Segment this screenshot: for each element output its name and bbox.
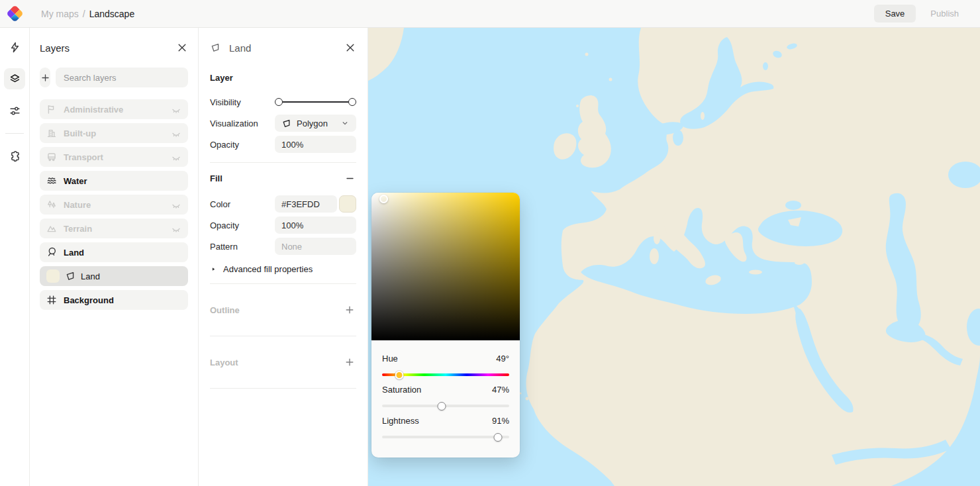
divider <box>210 162 356 163</box>
eye-closed-icon[interactable] <box>171 128 181 138</box>
caret-right-icon <box>210 266 217 273</box>
divider <box>210 388 356 389</box>
layer-opacity-input[interactable]: 100% <box>275 136 356 153</box>
add-layer-button[interactable] <box>40 68 50 87</box>
fill-color-swatch[interactable] <box>339 195 356 213</box>
visualization-label: Visualization <box>210 119 275 128</box>
layer-item-background[interactable]: Background <box>40 290 188 310</box>
lightness-handle[interactable] <box>493 433 502 442</box>
saturation-slider[interactable] <box>382 401 509 411</box>
bolt-icon[interactable] <box>4 36 25 58</box>
pattern-input[interactable]: None <box>275 238 356 255</box>
layers-icon[interactable] <box>4 68 25 89</box>
layer-item-water[interactable]: Water <box>40 171 188 191</box>
layer-section-heading: Layer <box>210 73 356 83</box>
inspector-title: Land <box>229 42 344 54</box>
layer-item-land-group[interactable]: Land <box>40 242 188 262</box>
visibility-max-handle[interactable] <box>348 98 356 106</box>
map-canvas[interactable]: Hue 49° Saturation 47% Lightness 9 <box>368 28 980 486</box>
breadcrumb-parent[interactable]: My maps <box>41 9 79 19</box>
saturation-label: Saturation <box>382 385 421 395</box>
bus-icon <box>46 152 57 162</box>
fill-color-input[interactable]: #F3EFDD <box>275 195 337 213</box>
flag-icon <box>46 104 57 115</box>
layer-label: Administrative <box>64 105 123 115</box>
layer-item-nature[interactable]: Nature <box>40 195 188 215</box>
opacity-label: Opacity <box>210 140 275 150</box>
chevron-down-icon <box>340 119 350 128</box>
app-logo[interactable] <box>0 7 30 20</box>
color-picker-popup: Hue 49° Saturation 47% Lightness 9 <box>371 193 520 458</box>
eye-closed-icon[interactable] <box>171 223 181 234</box>
saturation-handle[interactable] <box>438 402 446 411</box>
fill-opacity-input[interactable]: 100% <box>275 217 356 234</box>
eye-closed-icon[interactable] <box>171 152 181 162</box>
minus-icon <box>345 173 355 183</box>
layer-item-administrative[interactable]: Administrative <box>40 99 188 119</box>
layer-item-transport[interactable]: Transport <box>40 147 188 167</box>
lightness-label: Lightness <box>382 416 419 426</box>
collapse-fill-button[interactable] <box>344 172 356 185</box>
puzzle-icon[interactable] <box>4 146 25 167</box>
breadcrumb-separator: / <box>83 9 85 19</box>
visualization-select[interactable]: Polygon <box>275 115 356 132</box>
lightness-slider-track <box>382 436 509 438</box>
hue-value: 49° <box>496 354 509 364</box>
layer-opacity-value: 100% <box>281 140 303 150</box>
layer-color-swatch[interactable] <box>46 269 60 283</box>
layout-section-heading: Layout <box>210 358 238 367</box>
saturation-value: 47% <box>492 385 509 395</box>
visibility-slider-track <box>278 101 353 103</box>
close-icon[interactable] <box>344 42 356 54</box>
pattern-label: Pattern <box>210 242 275 252</box>
building-icon <box>46 128 57 138</box>
plus-icon <box>344 357 355 367</box>
inspector-panel: Land Layer Visibility Visualization Poly… <box>199 28 368 486</box>
fill-opacity-value: 100% <box>281 220 303 230</box>
eye-closed-icon[interactable] <box>171 104 181 115</box>
visibility-range-slider[interactable] <box>275 93 356 111</box>
hue-handle[interactable] <box>395 371 404 379</box>
layers-panel: Layers Administrative Built-up Transport… <box>30 28 199 486</box>
trees-icon <box>46 199 57 210</box>
polygon-icon <box>210 42 220 53</box>
visibility-min-handle[interactable] <box>275 98 283 106</box>
fill-opacity-label: Opacity <box>210 220 275 230</box>
pattern-value: None <box>281 242 302 252</box>
breadcrumb-current: Landscape <box>89 9 135 19</box>
layer-label: Nature <box>64 200 91 210</box>
eye-closed-icon[interactable] <box>171 199 181 210</box>
fill-color-label: Color <box>210 199 275 209</box>
rail-divider <box>5 133 24 134</box>
publish-button[interactable]: Publish <box>922 5 967 23</box>
add-outline-button[interactable] <box>343 303 356 316</box>
advanced-fill-toggle[interactable]: Advanced fill properties <box>210 264 356 274</box>
polygon-icon <box>281 119 291 128</box>
layer-label: Transport <box>64 152 103 162</box>
fill-color-hex: #F3EFDD <box>281 199 320 209</box>
close-icon[interactable] <box>176 42 188 54</box>
layer-item-terrain[interactable]: Terrain <box>40 219 188 238</box>
hue-label: Hue <box>382 354 398 364</box>
hue-slider[interactable] <box>382 370 509 379</box>
layer-item-land-selected[interactable]: Land <box>40 266 188 286</box>
add-layout-button[interactable] <box>343 356 356 369</box>
save-button[interactable]: Save <box>874 5 916 23</box>
visualization-value: Polygon <box>297 119 328 128</box>
layer-item-built-up[interactable]: Built-up <box>40 123 188 143</box>
layer-label: Water <box>64 176 87 186</box>
plus-icon <box>40 73 50 83</box>
lightness-slider[interactable] <box>382 432 509 442</box>
lightness-value: 91% <box>492 416 509 426</box>
advanced-fill-label: Advanced fill properties <box>223 264 313 274</box>
layers-panel-title: Layers <box>40 42 70 54</box>
layer-label: Land <box>64 248 84 258</box>
sliders-icon[interactable] <box>4 100 25 121</box>
gradient-cursor[interactable] <box>379 195 388 203</box>
gradient-square[interactable] <box>371 193 520 340</box>
mountain-icon <box>46 223 57 234</box>
search-layers-input[interactable] <box>56 68 188 87</box>
waves-icon <box>46 175 57 186</box>
tool-rail <box>0 28 30 486</box>
topbar: My maps / Landscape Save Publish <box>0 0 980 28</box>
